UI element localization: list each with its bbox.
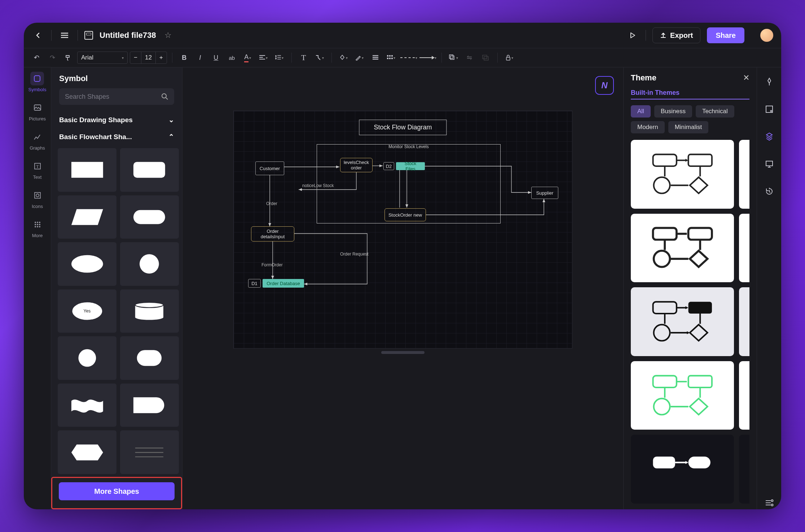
line-spacing-button[interactable]: ▾ <box>273 51 286 65</box>
favorite-button[interactable]: ☆ <box>164 31 172 40</box>
theme-card[interactable] <box>631 435 734 504</box>
section-basic-drawing[interactable]: Basic Drawing Shapes ⌄ <box>51 111 182 128</box>
svg-rect-87 <box>766 161 773 166</box>
rail-item-graphs[interactable]: Graphs <box>30 130 45 151</box>
node-order-db[interactable]: Order Database <box>263 279 304 288</box>
filter-business[interactable]: Business <box>654 105 692 118</box>
diagram-canvas[interactable]: Stock Flow Diagram Monitor Stock Levels … <box>233 111 572 349</box>
shape-hexagon[interactable] <box>58 430 116 474</box>
font-size-stepper[interactable]: − 12 + <box>130 52 167 64</box>
close-button[interactable]: ✕ <box>743 73 749 83</box>
decrease-font[interactable]: − <box>130 52 141 63</box>
shape-ellipse[interactable] <box>58 242 116 286</box>
export-button[interactable]: Export <box>652 27 700 43</box>
node-stock-order[interactable]: StockOrder new <box>384 208 426 221</box>
more-shapes-button[interactable]: More Shapes <box>59 482 175 500</box>
undo-button[interactable]: ↶ <box>30 51 43 65</box>
node-customer[interactable]: Customer <box>255 161 284 175</box>
settings-button[interactable] <box>763 496 776 509</box>
shape-data[interactable] <box>58 195 116 239</box>
distribute-button[interactable]: ▾ <box>384 51 398 65</box>
rail-item-icons[interactable]: Icons <box>31 189 44 209</box>
theme-button[interactable] <box>763 130 776 143</box>
canvas-area[interactable]: N Stock Flow Diagram Monitor Stock Level… <box>182 67 623 509</box>
theme-card[interactable] <box>739 361 749 430</box>
lock-button[interactable]: ▾ <box>503 51 516 65</box>
theme-card[interactable] <box>631 214 734 283</box>
theme-card[interactable] <box>631 361 734 430</box>
line-style-button[interactable]: ▾ <box>400 51 417 65</box>
history-button[interactable] <box>763 185 776 198</box>
rail-item-pictures[interactable]: Pictures <box>29 101 46 121</box>
font-size-value[interactable]: 12 <box>141 52 156 63</box>
node-d2[interactable]: D2 <box>383 162 394 170</box>
redo-button[interactable]: ↷ <box>45 51 59 65</box>
theme-card[interactable] <box>739 435 749 504</box>
format-painter-button[interactable] <box>61 51 75 65</box>
insert-button[interactable] <box>763 103 776 116</box>
node-levels-check[interactable]: levelsCheck order <box>340 158 373 172</box>
shape-circle[interactable] <box>120 242 179 286</box>
format-button[interactable] <box>763 75 776 88</box>
arrow-style-button[interactable]: ▾ <box>419 51 436 65</box>
svg-rect-57 <box>653 154 676 166</box>
italic-button[interactable]: I <box>193 51 207 65</box>
shape-search[interactable] <box>59 88 174 105</box>
share-button[interactable]: Share <box>707 27 744 43</box>
menu-button[interactable] <box>58 29 71 42</box>
filter-all[interactable]: All <box>631 105 651 118</box>
line-color-button[interactable]: ▾ <box>353 51 366 65</box>
shape-search-input[interactable] <box>65 93 158 101</box>
user-avatar[interactable] <box>760 29 773 42</box>
filter-modern[interactable]: Modern <box>631 121 665 133</box>
theme-card[interactable] <box>739 287 749 356</box>
theme-card[interactable] <box>631 287 734 356</box>
horizontal-scrollbar[interactable] <box>381 351 425 354</box>
section-basic-flowchart[interactable]: Basic Flowchart Sha... ⌃ <box>51 128 182 145</box>
present-button[interactable] <box>763 158 776 170</box>
shape-card[interactable] <box>120 430 179 474</box>
ai-assistant-button[interactable]: N <box>595 76 614 95</box>
theme-card[interactable] <box>631 140 734 209</box>
svg-rect-64 <box>688 228 712 240</box>
connector-tool-button[interactable]: ▾ <box>313 51 326 65</box>
rail-item-more[interactable]: More <box>31 218 44 238</box>
group-button[interactable] <box>479 51 492 65</box>
node-order-details[interactable]: Order detailsInput <box>251 226 294 241</box>
shape-connector[interactable] <box>58 336 116 380</box>
shape-delay[interactable] <box>120 384 179 427</box>
shape-rounded-rect[interactable] <box>120 148 179 192</box>
back-button[interactable] <box>32 29 45 42</box>
filter-technical[interactable]: Technical <box>696 105 734 118</box>
play-button[interactable] <box>626 29 639 42</box>
shape-yes-ellipse[interactable]: Yes <box>58 289 116 333</box>
underline-button[interactable]: U <box>209 51 223 65</box>
strikethrough-button[interactable]: ab <box>225 51 239 65</box>
shape-cylinder[interactable] <box>120 336 179 380</box>
align-button[interactable]: ▾ <box>257 51 270 65</box>
shape-tape[interactable] <box>58 384 116 427</box>
node-stock-files[interactable]: Stock Files <box>396 162 425 170</box>
theme-tab-builtin[interactable]: Built-in Themes <box>631 89 749 99</box>
node-d1[interactable]: D1 <box>248 279 261 288</box>
node-supplier[interactable]: Supplier <box>531 187 558 199</box>
filter-minimalist[interactable]: Minimalist <box>668 121 709 133</box>
rail-item-symbols[interactable]: Symbols <box>28 72 47 92</box>
fill-color-button[interactable]: ▾ <box>337 51 351 65</box>
bold-button[interactable]: B <box>177 51 191 65</box>
theme-card[interactable] <box>739 140 749 209</box>
layer-button[interactable]: ▾ <box>447 51 461 65</box>
diagram-title[interactable]: Stock Flow Diagram <box>359 120 447 135</box>
text-tool-button[interactable]: T <box>297 51 311 65</box>
increase-font[interactable]: + <box>156 52 167 63</box>
font-color-button[interactable]: A▾ <box>241 51 255 65</box>
shape-process[interactable] <box>58 148 116 192</box>
shape-cylinder-h[interactable] <box>120 289 179 333</box>
svg-rect-76 <box>688 376 712 387</box>
align-objects-button[interactable] <box>369 51 382 65</box>
font-family-select[interactable]: Arial ▾ <box>77 52 128 64</box>
flip-h-button[interactable]: ⇋ <box>463 51 476 65</box>
shape-terminator[interactable] <box>120 195 179 239</box>
theme-card[interactable] <box>739 214 749 283</box>
rail-item-text[interactable]: T Text <box>31 159 44 180</box>
